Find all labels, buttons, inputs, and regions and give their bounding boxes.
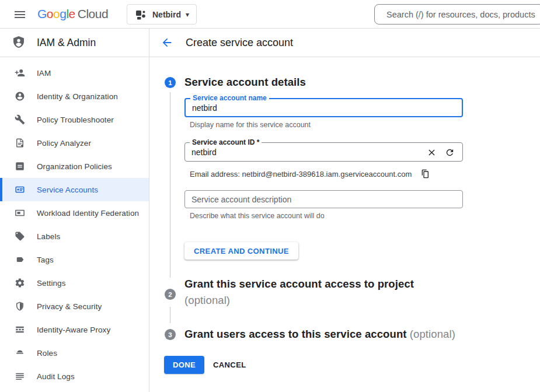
refresh-icon[interactable] [445,148,455,158]
email-address-text: Email address: netbird@netbird-389618.ia… [190,170,412,178]
name-helper-text: Display name for this service account [190,121,311,129]
step-2-optional-text: (optional) [184,292,414,309]
sidebar-item-label: Policy Troubleshooter [37,116,114,124]
label-icon [15,231,25,242]
sidebar-item-label: Audit Logs [37,372,75,381]
chevron-down-icon: ▾ [186,10,189,19]
step-2-badge: 2 [165,289,176,300]
sidebar-nav: IAM Identity & Organization Policy Troub… [0,57,149,392]
step-1-badge: 1 [165,77,176,88]
sidebar-item-label: Organization Policies [37,162,112,171]
step-2-title-text: Grant this service account access to pro… [184,278,414,290]
sidebar-item-audit-logs[interactable]: Audit Logs [0,365,149,388]
done-button[interactable]: DONE [164,356,204,374]
sidebar-item-identity-aware-proxy[interactable]: Identity-Aware Proxy [0,318,149,341]
step-3-optional-text: (optional) [410,328,455,340]
service-account-id-label: Service account ID * [190,138,262,147]
logo-letter: o [47,7,53,20]
sidebar-item-labels[interactable]: Labels [0,225,149,248]
description-helper-text: Describe what this service account will … [190,212,325,220]
sidebar-item-policy-troubleshooter[interactable]: Policy Troubleshooter [0,108,149,131]
sidebar-item-label: Privacy & Security [37,302,102,311]
back-arrow-icon[interactable] [161,36,173,49]
create-and-continue-button[interactable]: CREATE AND CONTINUE [184,242,298,260]
step-3-title-text: Grant users access to this service accou… [184,328,407,340]
org-policies-icon [15,161,25,172]
search-input[interactable] [375,5,540,24]
service-account-id-field: Service account ID * [184,142,463,162]
service-account-name-label: Service account name [190,94,269,103]
iam-admin-shield-icon [12,35,26,50]
iap-icon [15,324,25,335]
sidebar-item-label: Roles [37,349,57,358]
google-cloud-logo: GoogleCloud [37,7,108,21]
project-selector[interactable]: Netbird ▾ [127,4,197,24]
search-bar [374,4,540,24]
hamburger-menu-icon[interactable] [13,8,27,22]
logo-cloud-text: Cloud [78,7,108,20]
person-add-icon [15,68,25,78]
sidebar-item-label: IAM [37,69,51,78]
step-connector [170,92,170,278]
sidebar-item-iam[interactable]: IAM [0,61,149,85]
sidebar-item-label: Tags [37,256,54,264]
create-service-account-form: 1 Service account details Service accoun… [150,57,540,392]
sidebar-item-settings[interactable]: Settings [0,271,149,295]
sidebar-item-workload-identity-federation[interactable]: Workload Identity Federation [0,201,149,225]
sidebar-item-service-accounts[interactable]: Service Accounts [0,178,149,201]
shield-half-icon [15,301,25,312]
logo-letter: g [60,7,66,20]
tag-icon [15,254,25,265]
sidebar-item-label: Service Accounts [37,186,98,194]
audit-logs-icon [15,371,25,382]
sidebar-item-label: Settings [37,279,66,288]
logo-letter: G [37,7,47,20]
project-grid-icon [135,9,147,20]
sidebar-item-organization-policies[interactable]: Organization Policies [0,155,149,178]
page-header: Create service account [149,29,540,57]
sidebar-item-policy-analyzer[interactable]: Policy Analyzer [0,131,149,155]
logo-letter: o [53,7,60,20]
step-3-title: Grant users access to this service accou… [184,328,455,341]
sidebar-item-label: Identity & Organization [37,92,118,101]
policy-analyzer-icon [15,138,25,148]
step-3-badge: 3 [165,329,176,340]
sidebar-item-tags[interactable]: Tags [0,248,149,271]
cancel-button[interactable]: CANCEL [208,356,251,374]
page-title: Create service account [186,37,293,49]
step-1-title: Service account details [184,76,306,89]
service-accounts-icon [15,184,25,195]
product-title: IAM & Admin [37,37,96,49]
sidebar-item-privacy-security[interactable]: Privacy & Security [0,295,149,318]
sidebar-item-label: Labels [37,232,60,241]
sidebar-item-label: Identity-Aware Proxy [37,326,110,334]
roles-icon [15,348,25,358]
email-address-row: Email address: netbird@netbird-389618.ia… [190,169,430,178]
sidebar-item-label: Policy Analyzer [37,139,91,148]
service-account-name-field: Service account name [184,98,463,117]
copy-icon[interactable] [420,169,430,178]
sidebar-item-label: Workload Identity Federation [37,209,139,218]
service-account-description-field [184,190,463,208]
identity-icon [15,91,25,102]
project-name: Netbird [152,10,181,19]
sidebar-item-roles[interactable]: Roles [0,341,149,365]
wrench-icon [15,114,25,125]
step-connector [170,307,170,323]
gear-icon [15,278,25,288]
clear-x-icon[interactable] [427,148,437,158]
service-account-description-input[interactable] [185,191,462,208]
workload-identity-icon [15,208,25,218]
step-2-title: Grant this service account access to pro… [184,276,414,309]
sidebar-item-identity-organization[interactable]: Identity & Organization [0,85,149,108]
logo-letter: e [69,7,75,20]
product-header: IAM & Admin [0,29,149,57]
top-bar: GoogleCloud Netbird ▾ [0,0,540,29]
